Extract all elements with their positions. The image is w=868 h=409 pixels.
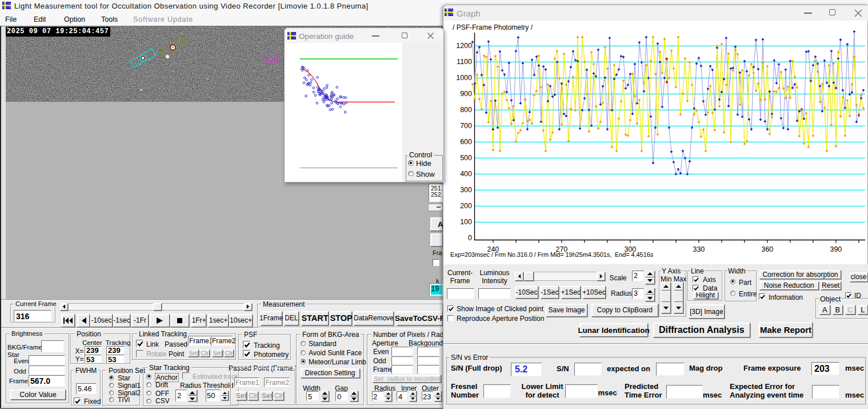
svg-text:600: 600 — [460, 138, 472, 146]
svg-text:1000: 1000 — [456, 74, 472, 82]
svg-text:700: 700 — [460, 122, 472, 130]
svg-text:900: 900 — [460, 90, 472, 98]
svg-text:400: 400 — [460, 170, 472, 178]
svg-text:100: 100 — [460, 218, 472, 226]
svg-text:500: 500 — [460, 154, 472, 162]
svg-text:390: 390 — [830, 245, 842, 253]
svg-text:800: 800 — [460, 106, 472, 114]
svg-text:0: 0 — [468, 234, 472, 242]
svg-text:200: 200 — [460, 202, 472, 210]
svg-text:1100: 1100 — [457, 58, 472, 66]
svg-text:1200: 1200 — [456, 42, 472, 50]
svg-text:360: 360 — [761, 245, 773, 253]
svg-text:330: 330 — [693, 245, 705, 253]
svg-text:300: 300 — [460, 186, 472, 194]
